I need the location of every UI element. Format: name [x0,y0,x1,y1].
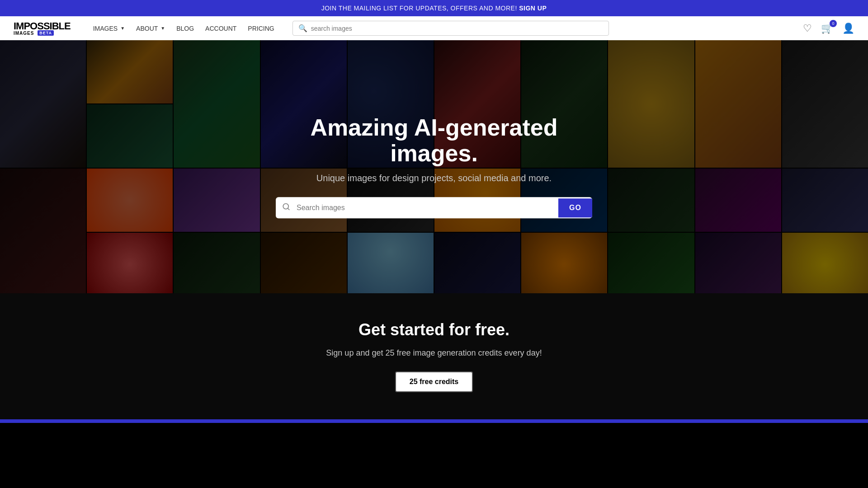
banner-signup-link[interactable]: SIGN UP [519,5,547,12]
search-icon: 🔍 [298,24,307,33]
credits-button[interactable]: 25 free credits [395,371,473,392]
cart-badge: 0 [830,20,837,27]
nav-item-blog[interactable]: BLOG [176,25,194,32]
top-banner: JOIN THE MAILING LIST FOR UPDATES, OFFER… [0,0,868,16]
hero-search-input[interactable] [297,198,558,217]
chevron-down-icon: ▼ [120,26,125,31]
nav-item-account[interactable]: ACCOUNT [205,25,236,32]
navbar: IMPOSSIBLE IMAGES BETA IMAGES ▼ ABOUT ▼ … [0,16,868,40]
hero-title: Amazing AI-generated images. [276,115,592,166]
hero-content: Amazing AI-generated images. Unique imag… [276,115,592,218]
hero-search-button[interactable]: GO [558,198,592,217]
nav-links: IMAGES ▼ ABOUT ▼ BLOG ACCOUNT PRICING [93,25,274,32]
logo-top: IMPOSSIBLE [14,21,71,31]
chevron-down-icon: ▼ [160,26,165,31]
hero-section: Amazing AI-generated images. Unique imag… [0,40,868,293]
nav-search-container: 🔍 [292,21,609,36]
bottom-section: Get started for free. Sign up and get 25… [0,293,868,419]
bottom-title: Get started for free. [9,320,859,339]
logo-beta-badge: BETA [38,30,54,36]
logo-bottom: IMAGES BETA [14,31,71,36]
nav-item-pricing[interactable]: PRICING [248,25,274,32]
wishlist-icon[interactable]: ♡ [803,23,812,34]
hero-subtitle: Unique images for design projects, socia… [276,174,592,184]
cart-icon[interactable]: 🛒 0 [821,23,833,34]
bottom-subtitle: Sign up and get 25 free image generation… [9,348,859,358]
nav-icons: ♡ 🛒 0 👤 [803,23,854,34]
bottom-accent-bar [0,419,868,423]
search-icon [276,197,297,219]
logo[interactable]: IMPOSSIBLE IMAGES BETA [14,21,71,36]
banner-text: JOIN THE MAILING LIST FOR UPDATES, OFFER… [321,5,517,12]
user-icon[interactable]: 👤 [842,23,854,34]
svg-line-1 [288,208,289,210]
hero-search-bar: GO [276,197,592,219]
nav-item-about[interactable]: ABOUT ▼ [136,25,165,32]
nav-item-images[interactable]: IMAGES ▼ [93,25,125,32]
nav-search-input[interactable] [311,25,603,32]
